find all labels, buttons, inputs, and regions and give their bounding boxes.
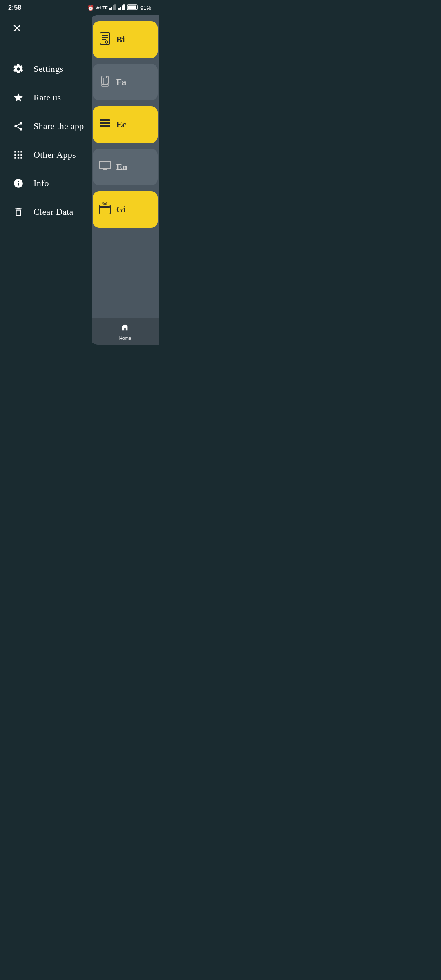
alarm-icon: ⏰ xyxy=(87,5,94,11)
grid-icon xyxy=(12,149,24,160)
category-card-bills[interactable]: $ Bi xyxy=(93,21,158,58)
menu-item-info[interactable]: Info xyxy=(12,169,92,198)
menu-panel: ✕ Settings Rate us xyxy=(0,15,92,345)
right-panel: $ Bi Fa xyxy=(87,15,159,345)
category-card-education[interactable]: Ec xyxy=(93,106,158,143)
share-label: Share the app xyxy=(33,121,84,131)
signal-icon xyxy=(109,4,117,11)
home-icon xyxy=(120,323,129,334)
info-label: Info xyxy=(33,178,49,189)
svg-rect-1 xyxy=(111,7,112,10)
nav-item-home[interactable]: Home xyxy=(119,323,131,341)
menu-item-share[interactable]: Share the app xyxy=(12,112,92,140)
receipt-icon: $ xyxy=(98,31,112,49)
menu-items: Settings Rate us Share the app xyxy=(12,55,92,226)
svg-rect-3 xyxy=(114,4,116,10)
status-time: 2:58 xyxy=(8,4,21,11)
bottom-nav: Home xyxy=(87,318,159,345)
category-card-gifts[interactable]: Gi xyxy=(93,191,158,228)
svg-rect-2 xyxy=(113,5,114,10)
svg-rect-23 xyxy=(100,125,110,127)
svg-rect-10 xyxy=(128,5,136,9)
gear-icon xyxy=(12,64,24,74)
menu-item-clear-data[interactable]: Clear Data xyxy=(12,198,92,226)
category-list: $ Bi Fa xyxy=(87,15,159,318)
settings-label: Settings xyxy=(33,64,63,74)
card-label-bills: Bi xyxy=(116,34,125,45)
battery-percent: 91% xyxy=(140,5,151,11)
status-bar: 2:58 ⏰ VoLTE xyxy=(0,0,159,15)
svg-rect-7 xyxy=(123,4,125,10)
card-label-food: Fa xyxy=(116,77,126,87)
battery-icon xyxy=(127,4,139,11)
svg-rect-4 xyxy=(118,8,120,10)
trash-icon xyxy=(12,207,24,217)
category-card-food[interactable]: Fa xyxy=(93,64,158,100)
svg-rect-17 xyxy=(102,76,108,84)
clear-data-label: Clear Data xyxy=(33,207,74,217)
monitor-icon xyxy=(98,158,112,176)
menu-item-other-apps[interactable]: Other Apps xyxy=(12,140,92,169)
food-icon xyxy=(98,74,112,91)
status-icons: ⏰ VoLTE xyxy=(87,4,151,11)
svg-rect-24 xyxy=(99,161,111,169)
share-icon xyxy=(12,121,24,131)
svg-rect-6 xyxy=(122,5,123,10)
menu-item-rate-us[interactable]: Rate us xyxy=(12,83,92,112)
main-layout: ✕ Settings Rate us xyxy=(0,15,159,345)
svg-rect-0 xyxy=(109,8,111,10)
close-button[interactable]: ✕ xyxy=(12,23,27,34)
info-icon xyxy=(12,178,24,189)
card-label-gifts: Gi xyxy=(116,204,126,215)
books-icon xyxy=(98,116,112,134)
category-card-entertainment[interactable]: En xyxy=(93,149,158,185)
menu-item-settings[interactable]: Settings xyxy=(12,55,92,83)
signal2-icon xyxy=(118,4,126,11)
svg-rect-9 xyxy=(137,6,138,9)
gift-icon xyxy=(98,201,112,218)
rate-us-label: Rate us xyxy=(33,92,61,103)
close-icon: ✕ xyxy=(12,22,22,35)
card-label-education: Ec xyxy=(116,119,126,130)
card-label-entertainment: En xyxy=(116,162,127,172)
svg-rect-22 xyxy=(100,122,110,124)
svg-rect-5 xyxy=(120,7,121,10)
home-label: Home xyxy=(119,336,131,341)
svg-rect-20 xyxy=(102,84,108,86)
svg-rect-21 xyxy=(100,119,110,121)
other-apps-label: Other Apps xyxy=(33,149,76,160)
volte-icon: VoLTE xyxy=(96,6,108,10)
star-icon xyxy=(12,92,24,103)
